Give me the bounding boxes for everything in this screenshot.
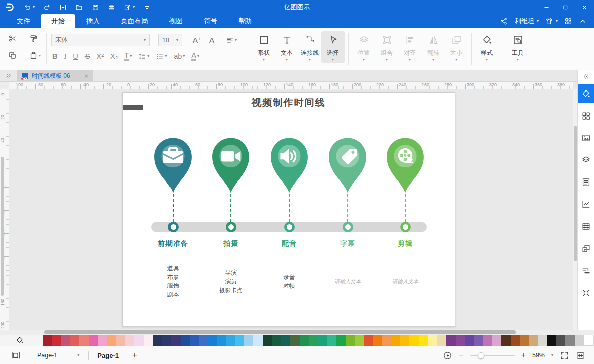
left-scrollbar-thumb[interactable] — [1, 157, 4, 296]
color-swatch[interactable] — [483, 335, 492, 346]
dock-clipart-panel[interactable] — [578, 239, 594, 257]
dock-fit-panel[interactable] — [578, 284, 594, 302]
color-swatch[interactable] — [281, 335, 290, 346]
align-text-button[interactable]: ▾ — [226, 36, 237, 44]
color-swatch[interactable] — [364, 335, 373, 346]
color-swatch[interactable] — [43, 335, 52, 346]
vertical-scrollbar-thumb[interactable] — [574, 126, 577, 261]
color-swatch[interactable] — [235, 335, 244, 346]
color-swatch[interactable] — [575, 335, 584, 346]
milestone-label[interactable]: 配音 — [262, 239, 317, 248]
color-swatch[interactable] — [538, 335, 547, 346]
shape-tool-button[interactable]: 形状▾ — [252, 31, 275, 63]
customize-quickbar-button[interactable] — [143, 4, 151, 11]
color-swatch[interactable] — [501, 335, 511, 346]
drawing-page[interactable]: 视频制作时间线 前期准备道具 布景 服饰 剧本拍摄导演 演员 摄影卡点配音录音 … — [122, 92, 455, 327]
color-swatch[interactable] — [437, 335, 446, 346]
milestone-details-text[interactable]: 导演 演员 摄影卡点 — [203, 262, 259, 301]
color-swatch[interactable] — [244, 335, 253, 346]
fullscreen-icon[interactable] — [560, 351, 569, 360]
menu-tab-符号[interactable]: 符号 — [193, 14, 228, 28]
select-tool-button[interactable]: 选择▾ — [321, 31, 345, 63]
color-swatch[interactable] — [382, 335, 391, 346]
color-swatch[interactable] — [272, 335, 281, 346]
milestone-placeholder-text[interactable]: 请输入文本 — [377, 262, 434, 301]
dock-style-panel[interactable] — [578, 84, 594, 103]
color-swatch[interactable] — [181, 335, 190, 346]
text-tool-button[interactable]: 文本▾ — [275, 31, 298, 63]
char-style-button[interactable]: ab▾ — [174, 52, 185, 60]
color-swatch[interactable] — [263, 335, 272, 346]
save-button[interactable] — [92, 4, 99, 11]
color-swatch[interactable] — [61, 335, 70, 346]
font-size-select[interactable]: 10 ▾ — [158, 34, 182, 46]
undo-button[interactable]: ▾ — [24, 4, 35, 11]
color-swatch[interactable] — [70, 335, 79, 346]
milestone-node[interactable] — [284, 222, 295, 232]
dock-layers-panel[interactable] — [578, 151, 594, 169]
color-swatch[interactable] — [355, 335, 364, 346]
color-swatch[interactable] — [125, 335, 134, 346]
color-swatch[interactable] — [144, 335, 153, 346]
milestone-node[interactable] — [400, 222, 411, 232]
milestone-label[interactable]: 剪辑 — [378, 239, 433, 248]
milestone-pin[interactable] — [152, 137, 194, 197]
close-tab-icon[interactable]: × — [84, 73, 88, 79]
horizontal-scrollbar[interactable] — [0, 330, 594, 335]
menu-tab-视图[interactable]: 视图 — [158, 14, 193, 28]
dock-chart-panel[interactable] — [578, 195, 594, 213]
color-swatch[interactable] — [419, 335, 428, 346]
style-button[interactable]: 样式▾ — [475, 31, 498, 63]
page-selector[interactable]: Page-1 — [37, 352, 57, 359]
zoom-in-button[interactable]: + — [521, 351, 526, 359]
color-swatch[interactable] — [226, 335, 235, 346]
paste-button[interactable]: ▾ — [29, 51, 43, 60]
color-swatch[interactable] — [171, 335, 180, 346]
increase-font-button[interactable]: A⁺ — [193, 36, 202, 45]
line-spacing-button[interactable]: ▾ — [138, 52, 149, 60]
collapse-ribbon-icon[interactable] — [579, 17, 587, 25]
italic-button[interactable]: I — [64, 52, 66, 61]
color-swatch[interactable] — [520, 335, 529, 346]
dock-notes-panel[interactable] — [578, 173, 594, 191]
color-swatch[interactable] — [584, 335, 594, 346]
add-page-button[interactable]: + — [132, 350, 137, 360]
bold-button[interactable]: B — [52, 52, 57, 60]
color-swatch[interactable] — [318, 335, 327, 346]
document-tab[interactable]: 时间线模板 06 × — [17, 70, 93, 81]
milestone-node[interactable] — [343, 222, 353, 232]
font-color-button[interactable]: A▾ — [191, 52, 199, 61]
menu-tab-开始[interactable]: 开始 — [41, 14, 75, 28]
cut-button[interactable] — [8, 34, 22, 43]
font-family-select[interactable]: 宋体 ▾ — [51, 34, 150, 46]
color-swatch[interactable] — [309, 335, 318, 346]
app-logo-icon[interactable] — [5, 2, 15, 12]
tools-button[interactable]: 工具▾ — [506, 31, 529, 63]
color-swatch[interactable] — [446, 335, 455, 346]
superscript-button[interactable]: X² — [96, 52, 104, 60]
dock-collapse-button[interactable] — [578, 70, 594, 82]
dock-pipeline-panel[interactable] — [578, 261, 594, 280]
color-swatch[interactable] — [391, 335, 400, 346]
color-swatch[interactable] — [217, 335, 226, 346]
color-swatch[interactable] — [474, 335, 483, 346]
color-swatch[interactable] — [52, 335, 61, 346]
color-swatch[interactable] — [456, 335, 465, 346]
color-swatch[interactable] — [89, 335, 98, 346]
zoom-out-button[interactable]: − — [459, 351, 463, 359]
menu-tab-插入[interactable]: 插入 — [75, 14, 110, 28]
apps-grid-icon[interactable] — [564, 17, 572, 25]
redo-button[interactable] — [43, 4, 51, 11]
milestone-pin[interactable] — [210, 137, 252, 197]
paint-bucket-icon[interactable] — [16, 336, 24, 344]
milestone-pin[interactable] — [384, 137, 427, 197]
color-swatch[interactable] — [327, 335, 336, 346]
milestone-placeholder-text[interactable]: 请输入文本 — [319, 262, 376, 301]
share-icon[interactable] — [500, 17, 508, 25]
presentation-play-icon[interactable] — [443, 351, 452, 360]
decrease-font-button[interactable]: A⁻ — [209, 36, 218, 45]
milestone-node[interactable] — [226, 222, 236, 232]
close-button[interactable] — [575, 0, 594, 14]
dock-table-panel[interactable] — [578, 217, 594, 235]
print-button[interactable] — [108, 4, 115, 11]
